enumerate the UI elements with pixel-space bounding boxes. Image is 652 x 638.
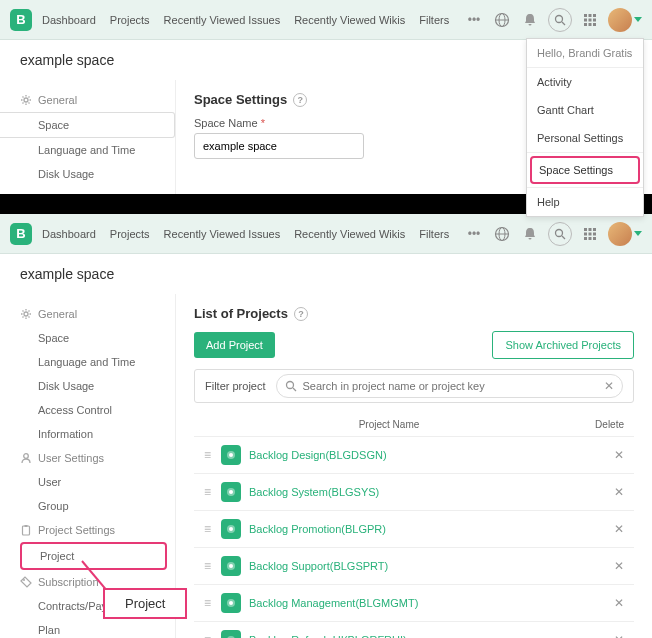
nav-recent-issues[interactable]: Recently Viewed Issues: [164, 228, 281, 240]
sidebar-group-label: User Settings: [38, 452, 104, 464]
bell-icon[interactable]: [520, 10, 540, 30]
nav-dashboard[interactable]: Dashboard: [42, 14, 96, 26]
sidebar-group-project-settings: Project Settings: [0, 518, 175, 542]
sidebar-item-language-time[interactable]: Language and Time: [0, 138, 175, 162]
drag-handle-icon[interactable]: ≡: [204, 559, 211, 573]
table-row: ≡Backlog Refresh UI(BLGRFRUI)✕: [194, 622, 634, 638]
user-menu-trigger[interactable]: [608, 222, 642, 246]
nav-recent-issues[interactable]: Recently Viewed Issues: [164, 14, 281, 26]
dropdown-greeting: Hello, Brandi Gratis: [527, 39, 643, 68]
sidebar-item-language-time[interactable]: Language and Time: [0, 350, 175, 374]
globe-icon[interactable]: [492, 224, 512, 244]
sidebar-group-general: General: [0, 88, 175, 112]
sidebar-item-disk-usage[interactable]: Disk Usage: [0, 162, 175, 186]
sidebar-item-space[interactable]: Space: [0, 326, 175, 350]
clear-search-icon[interactable]: ✕: [604, 379, 614, 393]
nav-recent-wikis[interactable]: Recently Viewed Wikis: [294, 14, 405, 26]
svg-rect-32: [25, 525, 28, 527]
sidebar-item-space[interactable]: Space: [0, 112, 175, 138]
more-icon[interactable]: •••: [464, 224, 484, 244]
help-icon[interactable]: ?: [293, 93, 307, 107]
dropdown-space-settings[interactable]: Space Settings: [530, 156, 640, 184]
sidebar-item-group[interactable]: Group: [0, 494, 175, 518]
sidebar-item-access-control[interactable]: Access Control: [0, 398, 175, 422]
nav-recent-wikis[interactable]: Recently Viewed Wikis: [294, 228, 405, 240]
table-row: ≡Backlog Design(BLGDSGN)✕: [194, 437, 634, 474]
more-icon[interactable]: •••: [464, 10, 484, 30]
nav-filters[interactable]: Filters: [419, 228, 449, 240]
delete-button[interactable]: ✕: [574, 448, 624, 462]
app-logo[interactable]: B: [10, 9, 32, 31]
project-link[interactable]: Backlog Design(BLGDSGN): [249, 449, 574, 461]
svg-rect-8: [584, 18, 587, 21]
svg-line-4: [562, 22, 565, 25]
project-icon: [221, 630, 241, 638]
apps-icon[interactable]: [580, 224, 600, 244]
sidebar-item-information[interactable]: Information: [0, 422, 175, 446]
delete-button[interactable]: ✕: [574, 559, 624, 573]
sidebar-item-project[interactable]: Project: [20, 542, 167, 570]
sidebar-item-disk-usage[interactable]: Disk Usage: [0, 374, 175, 398]
th-delete: Delete: [574, 419, 624, 430]
project-link[interactable]: Backlog Support(BLGSPRT): [249, 560, 574, 572]
sidebar-item-plan[interactable]: Plan: [0, 618, 175, 638]
project-link[interactable]: Backlog System(BLGSYS): [249, 486, 574, 498]
nav-projects[interactable]: Projects: [110, 14, 150, 26]
project-link[interactable]: Backlog Refresh UI(BLGRFRUI): [249, 634, 574, 638]
drag-handle-icon[interactable]: ≡: [204, 633, 211, 638]
app-logo[interactable]: B: [10, 223, 32, 245]
project-icon: [221, 593, 241, 613]
svg-rect-22: [593, 228, 596, 231]
svg-point-30: [24, 454, 29, 459]
delete-button[interactable]: ✕: [574, 485, 624, 499]
nav-projects[interactable]: Projects: [110, 228, 150, 240]
dropdown-gantt[interactable]: Gantt Chart: [527, 96, 643, 124]
svg-rect-6: [589, 14, 592, 17]
user-menu-trigger[interactable]: [608, 8, 642, 32]
dropdown-help[interactable]: Help: [527, 188, 643, 216]
show-archived-button[interactable]: Show Archived Projects: [492, 331, 634, 359]
dropdown-activity[interactable]: Activity: [527, 68, 643, 96]
gear-icon: [20, 94, 32, 106]
sidebar: General Space Language and Time Disk Usa…: [0, 80, 175, 194]
chevron-down-icon: [634, 17, 642, 22]
search-icon[interactable]: [548, 222, 572, 246]
table-row: ≡Backlog Support(BLGSPRT)✕: [194, 548, 634, 585]
project-icon: [221, 556, 241, 576]
section-title-text: Space Settings: [194, 92, 287, 107]
sidebar-group-label: General: [38, 94, 77, 106]
dropdown-personal-settings[interactable]: Personal Settings: [527, 124, 643, 152]
svg-rect-20: [584, 228, 587, 231]
delete-button[interactable]: ✕: [574, 633, 624, 638]
drag-handle-icon[interactable]: ≡: [204, 596, 211, 610]
drag-handle-icon[interactable]: ≡: [204, 485, 211, 499]
avatar: [608, 8, 632, 32]
section-title-text: List of Projects: [194, 306, 288, 321]
nav-filters[interactable]: Filters: [419, 14, 449, 26]
delete-button[interactable]: ✕: [574, 522, 624, 536]
project-link[interactable]: Backlog Promotion(BLGPR): [249, 523, 574, 535]
space-name-input[interactable]: [194, 133, 364, 159]
globe-icon[interactable]: [492, 10, 512, 30]
apps-icon[interactable]: [580, 10, 600, 30]
project-link[interactable]: Backlog Management(BLGMGMT): [249, 597, 574, 609]
drag-handle-icon[interactable]: ≡: [204, 448, 211, 462]
svg-rect-10: [593, 18, 596, 21]
user-icon: [20, 452, 32, 464]
sidebar-group-general: General: [0, 302, 175, 326]
filter-bar: Filter project ✕: [194, 369, 634, 403]
nav-dashboard[interactable]: Dashboard: [42, 228, 96, 240]
table-row: ≡Backlog Promotion(BLGPR)✕: [194, 511, 634, 548]
add-project-button[interactable]: Add Project: [194, 332, 275, 358]
delete-button[interactable]: ✕: [574, 596, 624, 610]
drag-handle-icon[interactable]: ≡: [204, 522, 211, 536]
search-input[interactable]: [303, 380, 598, 392]
search-icon[interactable]: [548, 8, 572, 32]
bell-icon[interactable]: [520, 224, 540, 244]
svg-rect-12: [589, 23, 592, 26]
svg-point-37: [229, 453, 233, 457]
svg-point-45: [229, 601, 233, 605]
sidebar-item-user[interactable]: User: [0, 470, 175, 494]
help-icon[interactable]: ?: [294, 307, 308, 321]
svg-point-14: [24, 98, 28, 102]
